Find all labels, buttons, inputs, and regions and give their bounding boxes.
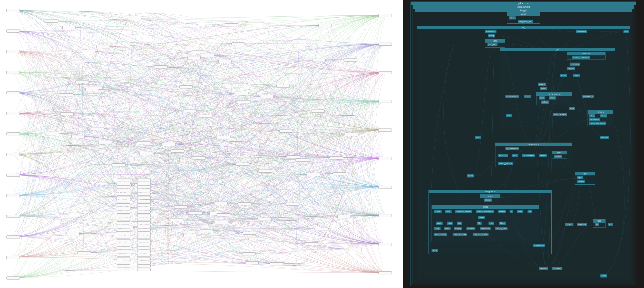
light-node	[260, 95, 274, 98]
light-node	[378, 157, 392, 160]
leaf-t-branch: branch	[498, 210, 506, 213]
leaf-t-commit: commit	[434, 210, 442, 213]
light-node	[60, 93, 73, 96]
light-node	[259, 170, 272, 173]
leaf-git-config: git_config	[498, 154, 508, 157]
light-node	[307, 173, 320, 176]
leaf-t-misc: misc	[447, 222, 453, 225]
leaf-injector: injector	[484, 198, 492, 202]
light-node	[62, 26, 76, 29]
leaf-custom-commands: custom_commands	[572, 56, 590, 59]
light-node	[117, 200, 130, 203]
leaf-git-commands: git_commands	[505, 147, 519, 150]
hdr-utils: utils	[485, 39, 505, 43]
leaf-tail: tail	[595, 223, 599, 226]
light-node	[187, 56, 201, 59]
light-node	[179, 85, 193, 88]
leaf-common: common	[539, 267, 548, 270]
light-node	[344, 58, 357, 62]
light-node	[315, 228, 328, 231]
hdr-services: services	[567, 52, 605, 55]
leaf-oscommands: oscommands	[522, 154, 535, 157]
light-node	[45, 19, 58, 23]
light-node	[137, 214, 151, 217]
light-node	[183, 109, 197, 112]
light-node	[137, 182, 151, 185]
light-node	[192, 156, 206, 160]
leaf-t-tag: tag	[457, 222, 462, 225]
leaf-graph: graph	[549, 96, 556, 100]
hdr-pkg: pkg	[417, 26, 630, 29]
light-node	[117, 203, 130, 206]
hdr-cmd: cmd	[507, 13, 540, 16]
light-node	[154, 65, 168, 68]
leaf-helpers: helpers	[567, 67, 575, 70]
light-node	[192, 50, 205, 53]
light-node	[200, 229, 213, 232]
leaf-daemon: daemon	[577, 180, 585, 183]
leaf-cmd-bin: <bin>	[509, 16, 516, 19]
light-node	[137, 225, 151, 228]
light-node	[137, 261, 151, 264]
light-node	[137, 196, 151, 199]
leaf-controllers: controllers	[570, 63, 580, 66]
light-node	[137, 232, 151, 235]
hdr-gui: gui	[500, 48, 615, 51]
light-node	[318, 24, 332, 27]
leaf-cherrypicking: cherrypicking	[589, 118, 600, 121]
light-node	[170, 218, 183, 221]
light-node	[337, 215, 351, 218]
light-node	[333, 172, 346, 175]
leaf-components: components	[533, 244, 545, 247]
light-node	[270, 262, 283, 265]
leaf-t-intrebase: interactive_rebase	[455, 210, 472, 213]
hdr-integration: integration	[429, 190, 551, 193]
light-node	[117, 250, 130, 253]
light-node	[117, 196, 130, 199]
light-node	[258, 218, 271, 221]
light-node	[117, 264, 130, 267]
leaf-constants: constants	[577, 223, 587, 226]
light-node	[137, 264, 151, 267]
light-node	[137, 218, 151, 221]
hdr-cmd-types: types	[552, 151, 567, 154]
light-node	[117, 182, 130, 185]
light-node	[348, 248, 362, 251]
light-node	[238, 202, 251, 205]
hdr-jesseduffield: jesseduffield	[413, 5, 634, 9]
leaf-t-demo: demo	[517, 210, 523, 213]
light-node	[117, 211, 130, 214]
leaf-config-bottom: config	[600, 274, 607, 277]
light-node	[378, 43, 392, 46]
leaf-t-stash: stash	[436, 222, 443, 225]
leaf-int-types: types	[432, 249, 438, 252]
light-node	[378, 128, 392, 132]
light-node	[137, 189, 151, 192]
light-node	[6, 256, 20, 259]
light-node	[77, 251, 91, 254]
light-node	[112, 163, 125, 166]
light-node	[6, 194, 20, 197]
light-node	[183, 234, 197, 237]
light-node	[66, 232, 80, 235]
leaf-t-bisect: bisect	[499, 222, 506, 225]
light-node	[305, 242, 318, 245]
light-node	[236, 163, 249, 166]
leaf-marked-base-commit: marked_base_commit	[589, 122, 606, 125]
light-node	[243, 232, 256, 235]
hdr-lazygit: lazygit	[415, 9, 632, 12]
hdr-tests: tests	[432, 205, 539, 209]
light-node	[117, 185, 130, 188]
leaf-t-sync: sync	[489, 222, 494, 225]
light-node	[117, 254, 130, 257]
light-node	[345, 133, 358, 136]
light-node	[296, 158, 309, 162]
light-node	[137, 250, 151, 253]
light-node	[137, 239, 151, 242]
leaf-filtering: filtering	[600, 114, 607, 117]
light-node	[117, 225, 130, 228]
leaf-t-config: config	[434, 227, 441, 230]
light-node	[6, 9, 20, 12]
hdr-commands: commands	[495, 143, 572, 146]
light-node	[378, 243, 392, 246]
